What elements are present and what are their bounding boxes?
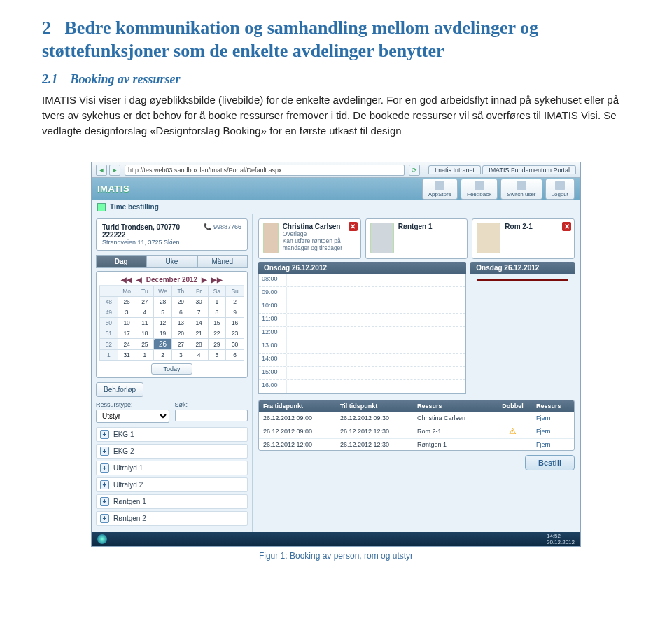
calendar-day[interactable]: 27 bbox=[136, 297, 154, 307]
calendar-day[interactable]: 6 bbox=[226, 350, 244, 361]
resource-item[interactable]: +Røntgen 1 bbox=[96, 494, 248, 509]
calendar-table[interactable]: MoTuWeThFrSaSu48262728293012493456789501… bbox=[99, 286, 244, 361]
add-icon[interactable]: + bbox=[100, 447, 109, 456]
calendar-day[interactable]: 15 bbox=[208, 318, 226, 328]
time-row[interactable]: 15:00 bbox=[259, 367, 465, 380]
calendar-day[interactable]: 16 bbox=[226, 318, 244, 328]
resource-card[interactable]: Røntgen 1 bbox=[365, 218, 468, 259]
time-row[interactable]: 12:00 bbox=[259, 327, 465, 340]
time-row[interactable]: 10:00 bbox=[259, 300, 465, 314]
calendar-day[interactable]: 6 bbox=[172, 307, 190, 318]
close-icon[interactable]: ✕ bbox=[349, 222, 358, 231]
time-slot[interactable] bbox=[287, 314, 465, 326]
calendar-day[interactable]: 14 bbox=[190, 318, 208, 328]
resource-item[interactable]: +Ultralyd 2 bbox=[96, 477, 248, 492]
time-slot[interactable] bbox=[287, 287, 465, 300]
calendar-day[interactable]: 1 bbox=[136, 350, 154, 361]
time-slot[interactable] bbox=[287, 327, 465, 340]
calendar-day[interactable]: 7 bbox=[190, 307, 208, 318]
time-row[interactable]: 09:00 bbox=[259, 287, 465, 300]
calendar-day[interactable]: 26 bbox=[154, 339, 172, 350]
time-slot[interactable] bbox=[287, 380, 465, 393]
calendar-day[interactable]: 31 bbox=[118, 350, 136, 361]
calendar-day[interactable]: 30 bbox=[226, 339, 244, 350]
logout-button[interactable]: Logout bbox=[545, 179, 575, 200]
start-orb-icon[interactable] bbox=[97, 534, 107, 544]
time-row[interactable]: 11:00 bbox=[259, 314, 465, 327]
browser-tab[interactable]: Imatis Intranet bbox=[428, 165, 481, 174]
calendar-day[interactable]: 28 bbox=[190, 339, 208, 350]
close-icon[interactable]: ✕ bbox=[562, 222, 571, 231]
remove-link[interactable]: Fjern bbox=[532, 412, 574, 424]
forward-icon[interactable]: ► bbox=[109, 165, 120, 176]
feedback-button[interactable]: Feedback bbox=[461, 179, 498, 200]
day-column-main[interactable]: 08:0009:0010:0011:0012:0013:0014:0015:00… bbox=[258, 274, 466, 394]
add-icon[interactable]: + bbox=[100, 463, 109, 473]
time-slot[interactable] bbox=[287, 354, 465, 366]
resource-item[interactable]: +Ultralyd 1 bbox=[96, 461, 248, 475]
calendar-day[interactable]: 5 bbox=[208, 350, 226, 361]
tab-uke[interactable]: Uke bbox=[146, 255, 197, 268]
calendar-day[interactable]: 28 bbox=[154, 297, 172, 307]
time-slot[interactable] bbox=[287, 340, 465, 353]
time-slot[interactable] bbox=[287, 367, 465, 379]
resource-item[interactable]: +EKG 1 bbox=[96, 427, 248, 442]
calendar-day[interactable]: 3 bbox=[118, 307, 136, 318]
next-year-icon[interactable]: ▶▶ bbox=[211, 276, 223, 284]
address-bar[interactable]: http://testweb03.sandbox.lan/Imatis/Port… bbox=[125, 165, 405, 176]
calendar-day[interactable]: 5 bbox=[154, 307, 172, 318]
calendar-day[interactable]: 26 bbox=[118, 297, 136, 307]
calendar-day[interactable]: 3 bbox=[172, 350, 190, 361]
calendar-day[interactable]: 21 bbox=[190, 328, 208, 339]
time-row[interactable]: 13:00 bbox=[259, 340, 465, 354]
time-slot[interactable] bbox=[287, 300, 465, 313]
calendar-day[interactable]: 24 bbox=[118, 339, 136, 350]
beh-forlop-button[interactable]: Beh.forløp bbox=[96, 382, 144, 397]
calendar-day[interactable]: 25 bbox=[136, 339, 154, 350]
calendar-day[interactable]: 13 bbox=[172, 318, 190, 328]
calendar-day[interactable]: 18 bbox=[136, 328, 154, 339]
booked-block[interactable] bbox=[477, 279, 568, 281]
switch-user-button[interactable]: Switch user bbox=[500, 179, 542, 200]
calendar-day[interactable]: 29 bbox=[172, 297, 190, 307]
remove-link[interactable]: Fjern bbox=[532, 439, 574, 450]
ressurstype-select[interactable]: Utstyr bbox=[96, 410, 169, 423]
calendar-day[interactable]: 1 bbox=[208, 297, 226, 307]
resource-item[interactable]: +Røntgen 2 bbox=[96, 511, 248, 526]
browser-tab[interactable]: IMATIS Fundamentum Portal bbox=[482, 165, 576, 174]
time-row[interactable]: 08:00 bbox=[259, 274, 465, 287]
add-icon[interactable]: + bbox=[100, 480, 109, 489]
calendar-day[interactable]: 19 bbox=[154, 328, 172, 339]
calendar-day[interactable]: 2 bbox=[154, 350, 172, 361]
search-input[interactable] bbox=[175, 410, 248, 421]
time-row[interactable]: 16:00 bbox=[259, 380, 465, 393]
calendar-day[interactable]: 20 bbox=[172, 328, 190, 339]
refresh-icon[interactable]: ⟳ bbox=[409, 165, 420, 176]
today-button[interactable]: Today bbox=[151, 363, 192, 375]
bestill-button[interactable]: Bestill bbox=[525, 455, 575, 470]
calendar-day[interactable]: 29 bbox=[208, 339, 226, 350]
calendar-day[interactable]: 23 bbox=[226, 328, 244, 339]
resource-item[interactable]: +EKG 2 bbox=[96, 444, 248, 459]
prev-month-icon[interactable]: ◀ bbox=[136, 276, 142, 284]
calendar-day[interactable]: 12 bbox=[154, 318, 172, 328]
calendar-day[interactable]: 17 bbox=[118, 328, 136, 339]
calendar-day[interactable]: 22 bbox=[208, 328, 226, 339]
tab-maned[interactable]: Måned bbox=[197, 255, 248, 268]
next-month-icon[interactable]: ▶ bbox=[202, 276, 207, 284]
appstore-button[interactable]: AppStore bbox=[422, 179, 458, 200]
calendar-day[interactable]: 27 bbox=[172, 339, 190, 350]
add-icon[interactable]: + bbox=[100, 497, 109, 506]
remove-link[interactable]: Fjern bbox=[532, 426, 574, 437]
back-icon[interactable]: ◄ bbox=[96, 165, 107, 176]
prev-year-icon[interactable]: ◀◀ bbox=[121, 276, 132, 284]
calendar-day[interactable]: 9 bbox=[226, 307, 244, 318]
time-row[interactable]: 14:00 bbox=[259, 354, 465, 367]
plus-icon[interactable] bbox=[97, 203, 106, 211]
calendar-day[interactable]: 2 bbox=[226, 297, 244, 307]
calendar-day[interactable]: 11 bbox=[136, 318, 154, 328]
time-slot[interactable] bbox=[287, 274, 465, 286]
calendar-day[interactable]: 4 bbox=[190, 350, 208, 361]
calendar-day[interactable]: 10 bbox=[118, 318, 136, 328]
calendar-day[interactable]: 30 bbox=[190, 297, 208, 307]
